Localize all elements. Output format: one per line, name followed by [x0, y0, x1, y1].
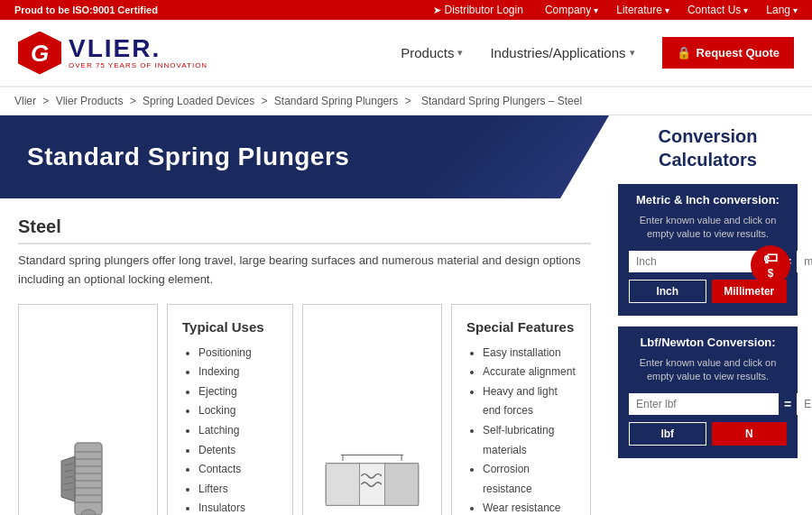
literature-link[interactable]: Literature	[616, 4, 669, 16]
list-item: Latching	[198, 421, 278, 441]
typical-uses-list: Positioning Indexing Ejecting Locking La…	[182, 344, 278, 515]
list-item: Ejecting	[198, 382, 278, 402]
logo-icon: G	[18, 32, 61, 75]
breadcrumb-sep-3: >	[262, 95, 271, 107]
breadcrumb-sep-1: >	[42, 95, 51, 107]
dollar-icon: $	[768, 267, 774, 280]
list-item: Locking	[198, 401, 278, 421]
special-features-title: Special Features	[466, 319, 576, 335]
mm-input[interactable]	[797, 251, 812, 272]
site-header: G VLIER. OVER 75 YEARS OF INNOVATION Pro…	[0, 20, 812, 87]
products-nav-link[interactable]: Products ▾	[401, 45, 463, 60]
breadcrumb-spring-loaded[interactable]: Spring Loaded Devices	[143, 95, 254, 107]
svg-rect-21	[326, 463, 359, 505]
top-bar: Proud to be ISO:9001 Certified Distribut…	[0, 0, 812, 20]
lbf-newton-desc: Enter known value and click on empty val…	[629, 356, 787, 384]
breadcrumb-vlier-products[interactable]: Vlier Products	[56, 95, 124, 107]
sidebar-title: Conversion Calculators	[618, 124, 798, 171]
company-link[interactable]: Company	[545, 4, 598, 16]
steel-heading: Steel	[18, 216, 591, 244]
svg-rect-23	[384, 463, 418, 505]
logo-area: G VLIER. OVER 75 YEARS OF INNOVATION	[18, 32, 208, 75]
industries-label: Industries/Applications	[490, 45, 625, 60]
list-item: Wear resistance	[483, 499, 576, 515]
lbf-newton-title: Lbf/Newton Conversion:	[629, 336, 787, 349]
hero-banner: Standard Spring Plungers	[0, 115, 609, 198]
inch-button[interactable]: Inch	[629, 280, 706, 303]
breadcrumb-current: Standard Spring Plungers – Steel	[421, 95, 582, 107]
breadcrumb: Vlier > Vlier Products > Spring Loaded D…	[0, 87, 812, 115]
list-item: Heavy and light end forces	[483, 382, 576, 421]
logo-text: VLIER. OVER 75 YEARS OF INNOVATION	[69, 36, 208, 69]
request-quote-float-button[interactable]: 🏷 $	[751, 245, 790, 285]
products-label: Products	[401, 45, 454, 60]
svg-marker-14	[61, 456, 75, 501]
tag-icon: 🏷	[763, 251, 778, 267]
list-item: Self-lubricating materials	[483, 421, 576, 460]
diagram-box: LOCKING ELEMENT (OPTIONAL)	[302, 304, 442, 515]
locking-element-diagram: LOCKING ELEMENT (OPTIONAL)	[318, 434, 427, 515]
special-features-box: Special Features Easy installation Accur…	[451, 304, 591, 515]
metric-inch-desc: Enter known value and click on empty val…	[629, 214, 787, 242]
breadcrumb-sep-2: >	[130, 95, 139, 107]
list-item: Accurate alignment	[483, 363, 576, 382]
content-area: Standard Spring Plungers Steel Standard …	[0, 115, 609, 515]
industries-nav-link[interactable]: Industries/Applications ▾	[490, 45, 634, 60]
metric-inch-title: Metric & Inch conversion:	[629, 193, 787, 207]
lbf-button[interactable]: lbf	[629, 422, 706, 446]
sidebar: Conversion Calculators Metric & Inch con…	[609, 115, 812, 515]
request-quote-button[interactable]: 🔒 Request Quote	[662, 37, 794, 69]
typical-uses-title: Typical Uses	[182, 319, 278, 335]
logo-tagline: OVER 75 YEARS OF INNOVATION	[69, 62, 208, 69]
list-item: Easy installation	[483, 344, 576, 363]
svg-rect-0	[75, 443, 102, 515]
main-container: Standard Spring Plungers Steel Standard …	[0, 115, 812, 515]
lbf-newton-buttons: lbf N	[629, 422, 787, 446]
page-title: Standard Spring Plungers	[27, 143, 582, 171]
product-image-box	[18, 304, 158, 515]
list-item: Indexing	[198, 363, 278, 382]
language-link[interactable]: Lang	[766, 4, 798, 16]
distributor-login-link[interactable]: Distributor Login	[433, 4, 527, 16]
list-item: Detents	[198, 441, 278, 461]
industries-arrow-icon: ▾	[630, 47, 635, 59]
breadcrumb-sep-4: >	[405, 95, 414, 107]
request-quote-label: Request Quote	[697, 46, 780, 60]
list-item: Lifters	[198, 480, 278, 500]
lbf-input[interactable]	[629, 393, 779, 415]
equals-sign-2: =	[784, 397, 791, 411]
breadcrumb-standard-plungers[interactable]: Standard Spring Plungers	[274, 95, 398, 107]
special-features-list: Easy installation Accurate alignment Hea…	[466, 344, 576, 515]
list-item: Corrosion resistance	[483, 460, 576, 499]
spring-plunger-diagram	[30, 434, 147, 515]
logo-vlier-name: VLIER. OVER 75 YEARS OF INNOVATION	[69, 36, 208, 69]
steel-description: Standard spring plungers offer long trav…	[18, 252, 591, 290]
list-item: Contacts	[198, 460, 278, 480]
lbf-newton-inputs: =	[629, 393, 787, 415]
products-arrow-icon: ▾	[457, 47, 463, 59]
header-nav: Products ▾ Industries/Applications ▾ 🔒 R…	[401, 37, 794, 69]
list-item: Positioning	[198, 344, 278, 363]
top-bar-nav: Distributor Login Company Literature Con…	[433, 4, 798, 16]
lock-icon: 🔒	[677, 46, 691, 60]
certified-text: Proud to be ISO:9001 Certified	[14, 5, 158, 15]
list-item: Insulators	[198, 499, 278, 515]
logo-g-letter: G	[31, 41, 49, 65]
breadcrumb-vlier[interactable]: Vlier	[14, 95, 36, 107]
features-grid: Typical Uses Positioning Indexing Ejecti…	[18, 304, 591, 515]
typical-uses-box: Typical Uses Positioning Indexing Ejecti…	[167, 304, 293, 515]
contact-us-link[interactable]: Contact Us	[687, 4, 748, 16]
lbf-newton-converter: Lbf/Newton Conversion: Enter known value…	[618, 326, 798, 458]
newton-button[interactable]: N	[712, 422, 788, 446]
metric-inch-converter: Metric & Inch conversion: Enter known va…	[618, 184, 798, 316]
newton-input[interactable]	[797, 393, 812, 415]
